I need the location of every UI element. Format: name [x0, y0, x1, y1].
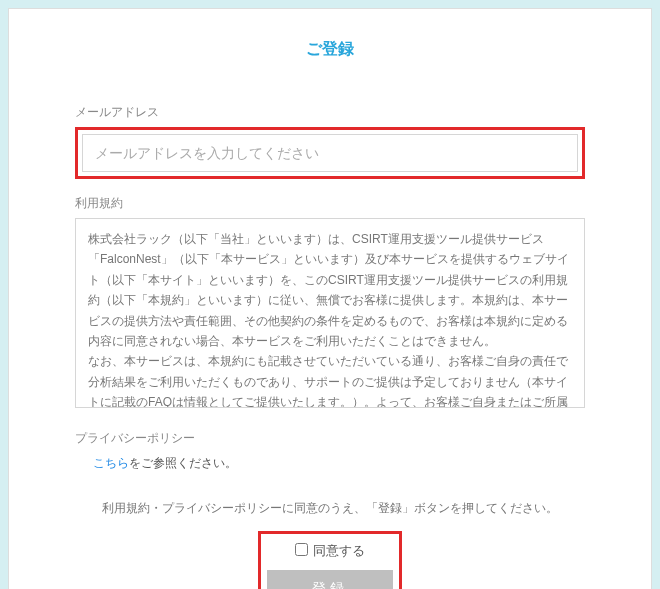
page-title: ご登録 — [75, 39, 585, 60]
agree-text: 同意する — [313, 543, 365, 558]
email-label: メールアドレス — [75, 104, 585, 121]
consent-note: 利用規約・プライバシーポリシーに同意のうえ、「登録」ボタンを押してください。 — [75, 500, 585, 517]
agree-highlight-frame: 同意する 登録 — [258, 531, 402, 589]
email-highlight-frame — [75, 127, 585, 179]
agree-label[interactable]: 同意する — [295, 543, 366, 558]
terms-label: 利用規約 — [75, 195, 585, 212]
register-button[interactable]: 登録 — [267, 570, 393, 589]
privacy-after-text: をご参照ください。 — [129, 456, 237, 470]
terms-textarea[interactable]: 株式会社ラック（以下「当社」といいます）は、CSIRT運用支援ツール提供サービス… — [75, 218, 585, 408]
privacy-link[interactable]: こちら — [93, 456, 129, 470]
agree-row: 同意する — [267, 542, 393, 560]
privacy-line: こちらをご参照ください。 — [93, 455, 585, 472]
agree-checkbox[interactable] — [295, 543, 308, 556]
email-field[interactable] — [82, 134, 578, 172]
privacy-label: プライバシーポリシー — [75, 430, 585, 447]
registration-card: ご登録 メールアドレス 利用規約 株式会社ラック（以下「当社」といいます）は、C… — [8, 8, 652, 589]
